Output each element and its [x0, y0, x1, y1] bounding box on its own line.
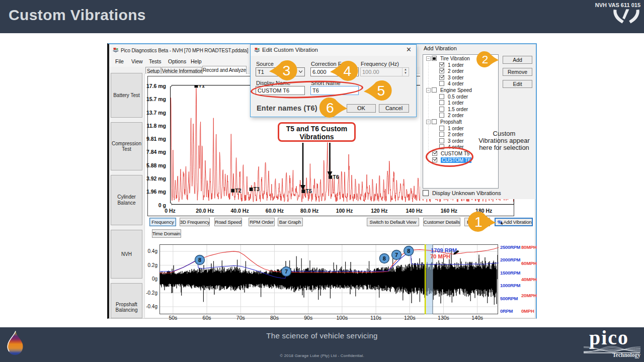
spectrum-y-tick: 11.8 mg — [146, 123, 166, 129]
tree-expander-icon[interactable]: − — [426, 120, 431, 124]
tree-expander-icon[interactable]: − — [426, 88, 431, 93]
toolbar-button-customer-details[interactable]: Customer Details — [423, 218, 460, 227]
marker-label-t1: T1 — [198, 85, 204, 88]
tree-checkbox[interactable] — [439, 81, 444, 86]
sidebar-item-compression-test[interactable]: Compression Test — [111, 122, 142, 170]
spectrum-y-tick: 5.88 mg — [146, 162, 166, 168]
tree-item-engine-speed[interactable]: −Engine Speed — [423, 87, 498, 94]
tree-item-4-order[interactable]: 4 order — [423, 81, 498, 87]
toolbar-button-road-speed[interactable]: Road Speed — [214, 218, 242, 227]
tree-checkbox[interactable] — [439, 138, 444, 143]
event-marker-label: 7 — [395, 252, 398, 258]
toolbar-button-rpm-order[interactable]: RPM Order — [249, 218, 275, 227]
chart-handle — [170, 203, 172, 205]
add-button[interactable]: Add — [503, 56, 532, 64]
ok-button[interactable]: OK — [347, 104, 376, 113]
event-marker-label: 8 — [383, 255, 386, 261]
spinner-icon[interactable]: ▲▼ — [402, 68, 409, 76]
tree-label: 1 order — [448, 62, 464, 68]
close-icon[interactable]: ✕ — [406, 46, 412, 53]
tree-item-1-5-order[interactable]: 1.5 order — [423, 106, 498, 113]
toolbar-button-bar-graph[interactable]: Bar Graph — [278, 218, 303, 227]
step-marker-number: 1 — [474, 214, 482, 230]
timedomain-time-tick: 130s — [438, 315, 449, 321]
tree-checkbox[interactable] — [439, 62, 444, 67]
menu-item-tests[interactable]: Tests — [149, 58, 162, 64]
tree-label: Engine Speed — [440, 87, 472, 93]
sidebar-item-nvh[interactable]: NVH — [111, 230, 142, 279]
tree-label: 2 order — [448, 132, 464, 137]
marker-t5 — [302, 189, 305, 193]
remove-button[interactable]: Remove — [503, 68, 532, 76]
timedomain-rpm-tick: 1000RPM — [500, 283, 520, 288]
menu-item-file[interactable]: File — [115, 58, 124, 64]
page-title: Custom Vibrations — [9, 7, 146, 24]
tree-checkbox[interactable] — [439, 75, 444, 80]
tree-item-2-order[interactable]: 2 order — [423, 68, 498, 75]
edit-button[interactable]: Edit — [503, 80, 532, 88]
tree-item-1-order[interactable]: 1 order — [423, 100, 498, 107]
menu-item-help[interactable]: Help — [191, 58, 202, 64]
dialog-titlebar[interactable]: Edit Custom Vibration ✕ — [251, 45, 416, 56]
toolbar-button-add-vibration[interactable]: Add Vibration — [495, 218, 533, 227]
sidebar-item-propshaft-balancing[interactable]: Propshaft Balancing — [111, 283, 142, 318]
menu-item-options[interactable]: Options — [168, 58, 186, 64]
tree-item-0-5-order[interactable]: 0.5 order — [423, 94, 498, 100]
tree-checkbox[interactable] — [439, 132, 444, 137]
tree-checkbox[interactable] — [439, 113, 444, 118]
sidebar-item-battery-test[interactable]: Battery Test — [111, 73, 142, 118]
spectrum-y-tick: 15.7 mg — [146, 96, 166, 102]
tree-item-2-order[interactable]: 2 order — [423, 113, 498, 119]
chart-handle — [170, 85, 172, 86]
tree-item-3-order[interactable]: 3 order — [423, 74, 498, 81]
tab-record-and-analyze[interactable]: Record and Analyze — [202, 66, 247, 74]
tree-checkbox[interactable] — [432, 119, 437, 124]
tree-item-propshaft[interactable]: −Propshaft — [423, 119, 498, 126]
spectrum-y-tick: 3.92 mg — [146, 175, 166, 182]
panel-title: Add Vibration — [424, 45, 457, 51]
step-marker-1: 1 — [467, 211, 497, 233]
tab-vehicle-information[interactable]: Vehicle Information — [162, 67, 202, 74]
tree-label: Tire Vibration — [440, 56, 470, 61]
footer-tagline: The science of vehicle servicing — [0, 331, 644, 340]
tree-label: 1.5 order — [448, 107, 468, 112]
spectrum-y-tick: 13.7 mg — [146, 110, 166, 116]
tab-setup[interactable]: Setup — [145, 67, 161, 74]
panel-note-line: Custom — [472, 130, 536, 137]
add-vibration-icon — [497, 219, 504, 225]
toolbar-button-time-domain[interactable]: Time Domain — [152, 229, 181, 238]
timedomain-mph-tick: 20MPH — [521, 293, 537, 298]
spectrum-x-tick: 60.0 Hz — [266, 208, 284, 214]
toolbar-button-3d-frequency[interactable]: 3D Frequency — [180, 218, 210, 227]
step-marker-number: 6 — [326, 100, 334, 116]
tree-label: 4 order — [448, 81, 464, 86]
sidebar-item-cylinder-balance[interactable]: Cylinder Balance — [111, 175, 142, 225]
tree-checkbox[interactable] — [439, 94, 444, 99]
annotation-ellipse-custom — [426, 147, 473, 167]
marker-label-t5: T5 — [306, 188, 312, 194]
menu-item-view[interactable]: View — [131, 58, 143, 64]
frequency-input[interactable]: 100.00 ▲▼ — [360, 67, 409, 76]
tree-expander-icon[interactable]: − — [426, 56, 431, 61]
toolbar-button-frequency[interactable]: Frequency — [149, 218, 176, 227]
tree-checkbox[interactable] — [439, 126, 444, 131]
tree-checkbox[interactable] — [439, 100, 444, 105]
annotation-enter-names: Enter names (T6) — [257, 104, 317, 112]
tree-label: 1 order — [448, 126, 464, 131]
tree-label: 1 order — [448, 100, 464, 106]
tree-label: 3 order — [448, 75, 464, 80]
step-marker-number: 5 — [377, 82, 385, 99]
tree-checkbox[interactable] — [439, 68, 444, 73]
toolbar-button-switch-to-default-view[interactable]: Switch to Default View — [367, 218, 419, 227]
timedomain-time-tick: 120s — [404, 315, 416, 321]
tree-checkbox[interactable] — [432, 56, 437, 61]
footer-copyright: © 2018 Garage Lube (Pty) Ltd - Confident… — [0, 353, 644, 358]
spectrum-y-tick: 7.84 mg — [146, 149, 166, 155]
spectrum-x-tick: 40.0 Hz — [231, 208, 249, 214]
cancel-button[interactable]: Cancel — [379, 104, 409, 113]
display-unknown-checkbox[interactable] — [423, 190, 429, 196]
timedomain-time-tick: 80s — [270, 315, 279, 321]
tree-checkbox[interactable] — [432, 87, 437, 93]
spectrum-y-tick: 9.81 mg — [146, 136, 166, 142]
tree-checkbox[interactable] — [439, 107, 444, 112]
